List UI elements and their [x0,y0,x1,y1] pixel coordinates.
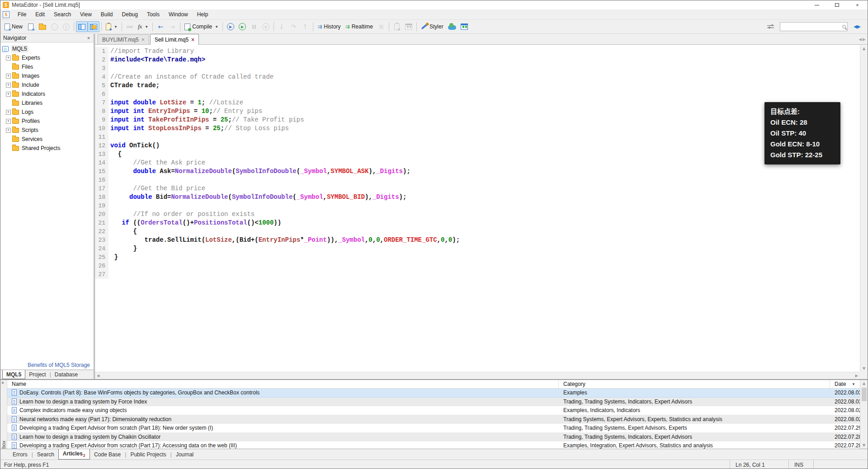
navigator-close-icon[interactable]: × [85,35,92,41]
toolbox-tab-search[interactable]: Search [33,450,58,459]
menu-edit[interactable]: Edit [31,10,49,19]
navigate-back-button[interactable]: ← [155,21,166,32]
table-row[interactable]: Complex indicators made easy using objec… [7,406,868,415]
column-header-name[interactable]: Name [7,380,559,388]
tab-scroll-left-icon[interactable]: ◀ [859,37,862,42]
expander-icon[interactable]: + [6,119,11,124]
navigator-tab-project[interactable]: Project [25,370,49,379]
history-button[interactable]: ⇉History [315,21,343,32]
navigator-tab-mql5[interactable]: MQL5 [2,370,25,379]
step-out-button[interactable]: ↑ [299,21,311,32]
close-button[interactable]: × [847,0,868,9]
styler-button[interactable]: Styler [419,21,446,32]
toolbox-close-icon[interactable]: × [1,380,4,385]
navigator-item-logs[interactable]: +Logs [0,108,94,117]
toolbox-tab-articles[interactable]: Articles2 [58,449,90,460]
expander-icon[interactable]: + [6,128,11,133]
stop-button[interactable]: ■ [260,21,272,32]
close-tab-icon[interactable]: × [142,37,145,43]
table-row[interactable]: DoEasy. Controls (Part 8): Base WinForms… [7,389,868,398]
search-settings-button[interactable] [764,21,776,32]
expander-icon[interactable]: + [6,110,11,115]
pause-button[interactable] [248,21,260,32]
compile-button[interactable]: Compile▼ [182,21,221,32]
run-button[interactable]: ▶ [236,21,248,32]
menu-build[interactable]: Build [96,10,118,19]
expander-icon[interactable]: + [6,74,11,79]
expander-icon[interactable]: + [6,83,11,88]
navigator-item-images[interactable]: +Images [0,71,94,80]
scroll-down-icon[interactable]: ▼ [862,365,866,372]
toggle-navigator-button[interactable] [76,21,88,32]
toolbox-tab-errors[interactable]: Errors [9,450,32,459]
navigator-tab-database[interactable]: Database [51,370,81,379]
table-row[interactable]: Learn how to design a trading system by … [7,398,868,407]
step-into-button[interactable]: ↓ [276,21,288,32]
menu-file[interactable]: File [13,10,31,19]
functions-button[interactable]: fx▼ [136,21,151,32]
mql5-storage-link[interactable]: Benefits of MQL5 Storage [28,362,90,368]
menu-window[interactable]: Window [164,10,193,19]
close-tab-icon[interactable]: × [191,37,194,43]
snippets-button[interactable]: ▼ [104,21,120,32]
variables-button[interactable]: VAR [124,21,136,32]
table-row[interactable]: Developing a trading Expert Advisor from… [7,424,868,433]
profiler-option-button[interactable] [375,21,387,32]
editor-tab-buylimit-mq5[interactable]: BUYLIMIT.mq5× [98,34,149,44]
open-button[interactable] [37,21,48,32]
toolbox-tab-public-projects[interactable]: Public Projects [126,450,170,459]
expander-icon[interactable]: + [6,92,11,97]
scroll-up-icon[interactable]: ▲ [862,45,866,52]
new-window-button[interactable] [25,21,37,32]
toolbox-scroll-up-icon[interactable]: ▲ [862,380,866,387]
code-editor[interactable]: 1//import Trade Library2#include<Trade\T… [95,45,860,372]
table-row[interactable]: Learn how to design a trading system by … [7,433,868,442]
navigator-item-scripts[interactable]: +Scripts [0,126,94,135]
search-icon[interactable] [842,25,846,28]
scroll-left-icon[interactable]: ◀ [96,372,100,379]
economic-calendar-button[interactable] [458,21,470,32]
copy-button[interactable] [391,21,403,32]
storage-commit-button[interactable]: ⇓ [60,21,72,32]
menu-view[interactable]: View [75,10,96,19]
toolbox-tab-journal[interactable]: Journal [172,450,198,459]
editor-horizontal-scrollbar[interactable]: ◀ ▶ [95,372,860,379]
toggle-toolbox-button[interactable] [88,21,99,32]
navigator-item-services[interactable]: Services [0,135,94,144]
navigator-item-include[interactable]: +Include [0,80,94,89]
navigator-item-indicators[interactable]: +Indicators [0,89,94,98]
mql5-cloud-button[interactable] [446,21,458,32]
toolbox-tab-code-base[interactable]: Code Base [90,450,125,459]
new-button[interactable]: New [2,21,25,32]
toolbox-vertical-scrollbar[interactable]: ▲ ▼ [860,380,868,449]
column-header-category[interactable]: Category [559,380,830,388]
scroll-right-icon[interactable]: ▶ [854,372,859,379]
toolbox-scroll-down-icon[interactable]: ▼ [862,442,866,449]
navigator-root-mql5[interactable]: {} MQL5 [0,44,94,53]
document-menu-icon[interactable]: 5 [3,11,9,18]
editor-vertical-scrollbar[interactable]: ▲ ▼ [860,45,868,372]
realtime-button[interactable]: ⇉Realtime [343,21,375,32]
navigator-item-libraries[interactable]: Libraries [0,98,94,108]
debug-start-button[interactable]: ▶ [225,21,236,32]
education-button[interactable] [851,21,863,32]
toolbox-scroll-thumb[interactable] [862,388,867,401]
navigate-forward-button[interactable]: → [166,21,178,32]
screenshot-button[interactable] [403,21,415,32]
table-row[interactable]: Neural networks made easy (Part 17): Dim… [7,415,868,424]
navigator-item-profiles[interactable]: +Profiles [0,117,94,126]
menu-debug[interactable]: Debug [118,10,142,19]
restore-button[interactable] [827,0,847,9]
minimize-button[interactable] [807,0,827,9]
storage-update-button[interactable]: ↓ [48,21,60,32]
navigator-item-files[interactable]: Files [0,62,94,71]
menu-tools[interactable]: Tools [142,10,164,19]
menu-help[interactable]: Help [193,10,213,19]
navigator-item-shared-projects[interactable]: Shared Projects [0,144,94,153]
tab-scroll-right-icon[interactable]: ▶ [863,37,866,42]
expander-icon[interactable]: + [6,56,11,61]
step-over-button[interactable]: ↷ [288,21,299,32]
search-input[interactable] [782,23,842,30]
table-row[interactable]: Developing a trading Expert Advisor from… [7,441,868,449]
menu-search[interactable]: Search [49,10,75,19]
